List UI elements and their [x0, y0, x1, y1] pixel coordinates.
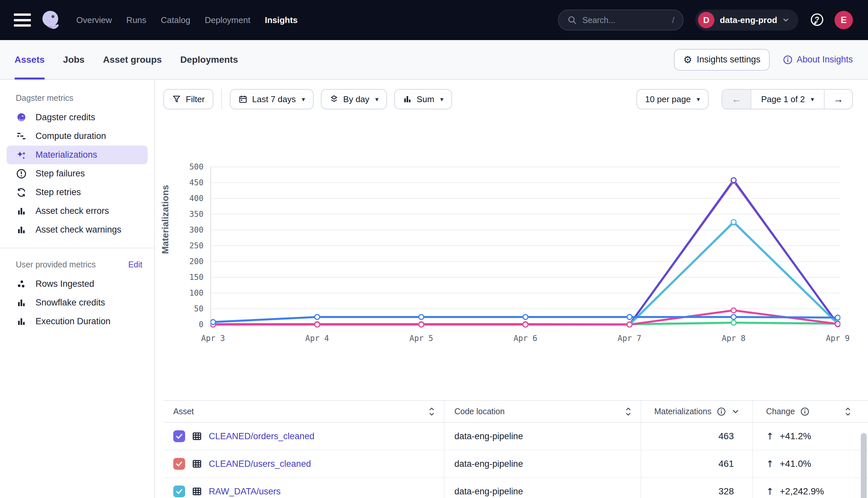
search-shortcut-hint: / — [672, 15, 674, 25]
data-point-marker[interactable] — [315, 322, 320, 327]
group-by-dropdown[interactable]: By day ▾ — [321, 89, 387, 109]
sidebar-item-asset-check-errors[interactable]: Asset check errors — [7, 202, 148, 220]
insights-settings-button[interactable]: ⚙ Insights settings — [674, 49, 770, 70]
data-point-marker[interactable] — [731, 220, 736, 225]
tab-assets[interactable]: Assets — [14, 40, 45, 79]
data-point-marker[interactable] — [419, 314, 424, 319]
subnav-tabs: AssetsJobsAsset groupsDeployments — [14, 40, 238, 79]
series-checkbox[interactable] — [173, 430, 185, 442]
column-header-code-location[interactable]: Code location — [445, 401, 641, 422]
prev-page-button[interactable]: ← — [722, 90, 751, 109]
sidebar-item-compute-duration[interactable]: Compute duration — [7, 127, 148, 145]
nav-link-overview[interactable]: Overview — [76, 15, 112, 25]
user-metrics-list: Rows IngestedSnowflake creditsExecution … — [0, 275, 154, 331]
info-icon — [717, 407, 726, 416]
caret-down-icon: ▾ — [375, 95, 379, 103]
line-chart-plot[interactable] — [210, 163, 840, 328]
y-tick-label: 450 — [167, 178, 204, 187]
tab-deployments[interactable]: Deployments — [180, 40, 238, 79]
sidebar-item-label: Step retries — [36, 187, 81, 197]
arrow-up-icon: ↑ — [766, 486, 774, 497]
data-point-marker[interactable] — [731, 178, 736, 183]
tab-jobs[interactable]: Jobs — [63, 40, 85, 79]
column-header-materializations[interactable]: Materializations — [641, 401, 753, 422]
nav-link-runs[interactable]: Runs — [126, 15, 146, 25]
change-cell: ↑+41.2% — [753, 423, 868, 450]
chart-line[interactable] — [213, 181, 838, 325]
date-range-label: Last 7 days — [252, 94, 296, 104]
nav-link-catalog[interactable]: Catalog — [161, 15, 190, 25]
date-range-dropdown[interactable]: Last 7 days ▾ — [230, 89, 314, 109]
aggregation-dropdown[interactable]: Sum ▾ — [394, 89, 452, 109]
calendar-icon — [238, 95, 247, 104]
data-point-marker[interactable] — [627, 314, 632, 319]
x-tick-label: Apr 4 — [305, 334, 329, 343]
data-point-marker[interactable] — [523, 322, 528, 327]
sidebar-item-label: Compute duration — [36, 131, 106, 141]
search-input[interactable]: Search... / — [558, 10, 684, 30]
chart-line[interactable] — [213, 222, 838, 325]
edit-metrics-link[interactable]: Edit — [128, 260, 142, 270]
sort-updown-icon[interactable] — [844, 407, 852, 417]
sidebar-item-asset-check-warnings[interactable]: Asset check warnings — [7, 220, 148, 239]
table-header-row: Asset Code location Materializations Cha… — [163, 401, 868, 423]
per-page-dropdown[interactable]: 10 per page ▾ — [637, 89, 709, 109]
column-header-change[interactable]: Change — [753, 401, 868, 422]
data-point-marker[interactable] — [211, 319, 216, 325]
y-tick-label: 100 — [167, 288, 204, 298]
chart-line[interactable] — [213, 222, 838, 325]
sidebar-item-snowflake-credits[interactable]: Snowflake credits — [7, 293, 148, 312]
sidebar-item-step-failures[interactable]: Step failures — [7, 164, 148, 183]
user-avatar[interactable]: E — [834, 11, 853, 29]
column-header-asset[interactable]: Asset — [163, 401, 445, 422]
sidebar-item-execution-duration[interactable]: Execution Duration — [7, 312, 148, 331]
arrow-up-icon: ↑ — [766, 459, 774, 469]
chart-line[interactable] — [213, 180, 838, 325]
data-point-marker[interactable] — [835, 315, 840, 320]
sort-updown-icon[interactable] — [427, 407, 436, 417]
series-checkbox[interactable] — [173, 486, 185, 497]
data-point-marker[interactable] — [419, 322, 424, 327]
insights-settings-label: Insights settings — [697, 54, 761, 65]
caret-down-icon: ▾ — [302, 95, 305, 103]
materializations-chart: Materializations 05010015020025030035040… — [155, 116, 868, 392]
nav-link-insights[interactable]: Insights — [265, 15, 297, 25]
filter-button[interactable]: Filter — [163, 89, 213, 109]
data-point-marker[interactable] — [731, 314, 736, 319]
asset-link[interactable]: CLEANED/orders_cleaned — [209, 431, 314, 442]
y-tick-label: 400 — [167, 194, 204, 203]
bar-chart-icon — [403, 95, 412, 104]
sidebar-item-materializations[interactable]: Materializations — [7, 145, 148, 164]
chevron-down-icon[interactable] — [731, 407, 740, 416]
next-page-button[interactable]: → — [824, 90, 852, 109]
page-selector[interactable]: Page 1 of 2 ▾ — [751, 90, 824, 109]
help-icon[interactable]: ? — [809, 12, 825, 28]
data-point-marker[interactable] — [315, 314, 320, 319]
arrow-left-icon: ← — [731, 94, 741, 105]
insights-subnav: AssetsJobsAsset groupsDeployments ⚙ Insi… — [0, 40, 868, 80]
data-point-marker[interactable] — [731, 320, 736, 325]
sidebar-item-rows-ingested[interactable]: Rows Ingested — [7, 275, 148, 293]
toolbar-divider — [221, 89, 222, 109]
y-tick-label: 500 — [167, 162, 204, 171]
bar-chart-icon — [16, 298, 27, 308]
menu-icon[interactable] — [14, 13, 31, 27]
dagster-octopus-icon — [16, 112, 27, 123]
about-insights-link[interactable]: About Insights — [783, 54, 853, 65]
sidebar-item-step-retries[interactable]: Step retries — [7, 183, 148, 202]
data-point-marker[interactable] — [835, 322, 840, 327]
arrow-up-icon: ↑ — [766, 431, 774, 442]
table-scrollbar[interactable] — [861, 433, 867, 498]
environment-switcher[interactable]: D data-eng-prod — [695, 10, 798, 30]
data-point-marker[interactable] — [523, 314, 528, 319]
asset-link[interactable]: CLEANED/users_cleaned — [209, 459, 311, 469]
series-checkbox[interactable] — [173, 458, 185, 470]
tab-asset-groups[interactable]: Asset groups — [103, 40, 162, 79]
dagster-metrics-heading: Dagster metrics — [16, 93, 73, 103]
sort-updown-icon[interactable] — [624, 407, 633, 417]
asset-link[interactable]: RAW_DATA/users — [209, 486, 281, 497]
nav-link-deployment[interactable]: Deployment — [205, 15, 251, 25]
sidebar-item-dagster-credits[interactable]: Dagster credits — [7, 108, 148, 127]
data-point-marker[interactable] — [731, 308, 736, 313]
data-point-marker[interactable] — [627, 322, 632, 327]
